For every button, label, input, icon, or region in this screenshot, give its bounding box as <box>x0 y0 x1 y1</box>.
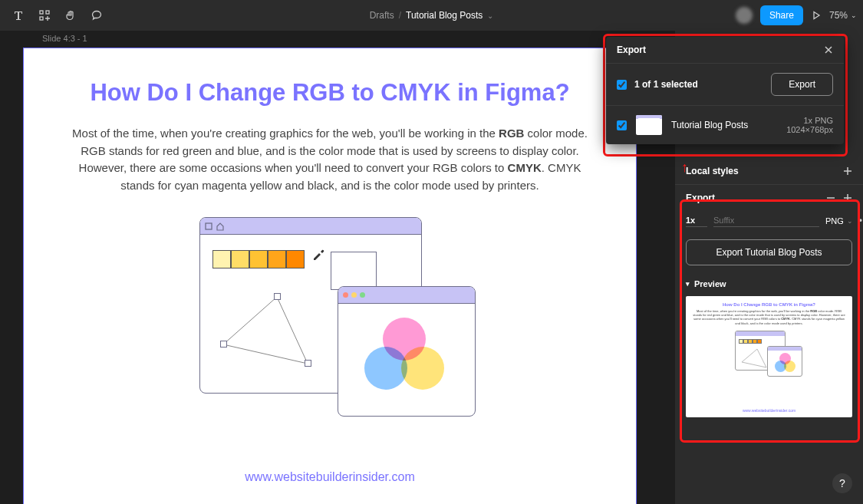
svg-line-5 <box>223 344 308 364</box>
scale-input[interactable] <box>686 214 707 227</box>
rectangle-shape <box>331 252 377 290</box>
svg-line-6 <box>277 297 308 364</box>
plus-icon[interactable] <box>843 166 852 176</box>
triangle-vector <box>216 291 338 383</box>
frame-label[interactable]: Slide 4:3 - 1 <box>42 34 87 43</box>
export-section-heading: Export <box>686 193 715 203</box>
export-popover: Export 1 of 1 selected Export Tutorial B… <box>606 37 844 144</box>
slide-title: How Do I Change RGB to CMYK in Figma? <box>62 79 598 107</box>
eyedropper-icon <box>311 245 327 261</box>
export-button[interactable]: Export <box>771 73 833 96</box>
plus-icon[interactable] <box>843 193 852 203</box>
popover-title: Export <box>617 44 646 55</box>
slide-footer: www.websitebuilderinsider.com <box>24 470 636 484</box>
svg-line-4 <box>223 297 277 344</box>
item-meta: 1x PNG 1024×768px <box>786 116 833 134</box>
present-icon[interactable] <box>811 10 822 21</box>
slide-illustration <box>199 217 460 424</box>
help-button[interactable]: ? <box>832 473 852 493</box>
slide-body: Most of the time, when you're creating g… <box>62 125 598 194</box>
svg-rect-3 <box>206 223 212 229</box>
chevron-down-icon: ⌄ <box>847 217 853 225</box>
export-frame-button[interactable]: Export Tutorial Blog Posts <box>686 239 852 265</box>
format-select[interactable]: PNG ⌄ <box>825 216 853 226</box>
export-item-row[interactable]: Tutorial Blog Posts 1x PNG 1024×768px <box>606 106 844 144</box>
share-button[interactable]: Share <box>760 5 803 25</box>
svg-rect-1 <box>46 11 49 14</box>
annotation-arrow-icon: ↑ <box>681 160 688 176</box>
local-styles-heading: Local styles <box>686 166 739 176</box>
breadcrumb[interactable]: Drafts / Tutorial Blog Posts ⌄ <box>370 10 494 21</box>
item-checkbox[interactable] <box>617 120 627 130</box>
preview-label: Preview <box>694 279 726 288</box>
text-tool[interactable] <box>6 3 31 28</box>
suffix-input[interactable] <box>713 214 819 227</box>
project-name[interactable]: Drafts <box>370 10 394 21</box>
more-icon[interactable]: ••• <box>859 216 863 226</box>
canvas[interactable]: Slide 4:3 - 1 How Do I Change RGB to CMY… <box>0 31 675 504</box>
svg-rect-0 <box>40 11 43 14</box>
chevron-down-icon: ⌄ <box>851 12 857 19</box>
file-name[interactable]: Tutorial Blog Posts <box>406 10 483 21</box>
svg-rect-2 <box>40 17 43 20</box>
hand-tool[interactable] <box>58 3 83 28</box>
select-all-checkbox[interactable] <box>617 80 627 90</box>
resources-tool[interactable] <box>32 3 57 28</box>
selected-count: 1 of 1 selected <box>634 79 698 90</box>
export-setting-row: PNG ⌄ ••• <box>675 211 863 235</box>
top-toolbar: Drafts / Tutorial Blog Posts ⌄ Share 75%… <box>0 0 863 31</box>
caret-down-icon[interactable]: ▾ <box>686 280 690 288</box>
export-preview: How Do I Change RGB to CMYK in Figma? Mo… <box>686 296 852 417</box>
minus-icon[interactable] <box>826 193 835 203</box>
comment-tool[interactable] <box>84 3 109 28</box>
color-swatches <box>212 250 409 268</box>
window-square-icon <box>205 222 212 230</box>
zoom-level[interactable]: 75% ⌄ <box>829 10 857 21</box>
item-title: Tutorial Blog Posts <box>671 120 777 130</box>
avatar[interactable] <box>736 7 753 24</box>
item-thumbnail <box>636 115 662 135</box>
chevron-down-icon[interactable]: ⌄ <box>487 12 493 20</box>
close-icon[interactable] <box>824 45 833 54</box>
slide-frame[interactable]: How Do I Change RGB to CMYK in Figma? Mo… <box>23 48 637 504</box>
breadcrumb-sep: / <box>399 10 401 21</box>
home-icon <box>216 222 225 231</box>
